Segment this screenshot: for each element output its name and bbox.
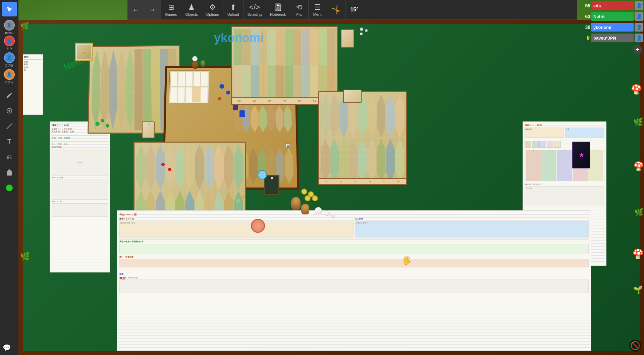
forward-button[interactable]: → (144, 0, 161, 19)
player-name-paveu: paveu (5, 31, 13, 34)
flip-icon: ⟲ (296, 3, 302, 12)
nav-buttons: ← → (127, 0, 161, 19)
score-sheet-left: 得点シート A 面 建物タイル・大人市場・ 人夫市場・交易品・建物 農場・牧場・… (50, 121, 110, 272)
back-button[interactable]: ← (127, 0, 144, 19)
line-icon (6, 122, 13, 130)
toolbar: ← → ⊞ Games ♟ Objects ⚙ Options ⬆ Upload… (127, 0, 577, 20)
games-button[interactable]: ⊞ Games (161, 0, 181, 19)
add-player-button[interactable]: + (633, 45, 642, 54)
flip-button[interactable]: ⟲ Flip (290, 0, 309, 19)
score-row-eda[interactable]: 55 eda 👤 (581, 1, 643, 11)
upload-button[interactable]: ⬆ Upload (223, 0, 244, 19)
paint-icon (6, 92, 13, 99)
avatar-score-nefrit: 👤 (635, 12, 643, 21)
left-sidebar: 👤 paveu 👤 えだ 👤 このみ 👤 ネフィ (0, 0, 18, 355)
avatar-nefi: 👤 (4, 69, 15, 80)
avatar-konomi: 👤 (4, 52, 15, 63)
player-name-eda: えだ (6, 47, 12, 51)
plant-top-left: 🌿 (20, 22, 29, 31)
yellow-coin-3 (305, 195, 311, 201)
yellow-coin-4 (312, 195, 318, 201)
paint-tool[interactable] (2, 88, 17, 103)
white-token-3 (325, 210, 330, 216)
score-ykonomi: 30 (581, 24, 590, 30)
plant-left-1: 🌿 (20, 252, 30, 261)
plant-right-6: 🌱 (633, 285, 643, 295)
player-item-paveu[interactable]: 👤 paveu (2, 20, 17, 34)
stretch-button[interactable]: 🤸 (327, 0, 345, 19)
player-name-konomi: このみ (5, 63, 14, 68)
avatar-score-ykonomi: 👤 (635, 23, 643, 32)
small-card-nefrit: 🃏 (142, 121, 155, 138)
score-eda: 55 (581, 3, 590, 8)
token-area-top-right (360, 28, 387, 48)
brown-meeple-1 (291, 197, 301, 210)
text-tool[interactable]: T (2, 134, 17, 149)
stretch-icon: 🤸 (332, 5, 341, 14)
plant-right-2: 🌿 (633, 117, 643, 127)
chat-button[interactable]: 💬 (3, 344, 11, 352)
plant-right-1: 🍄 (631, 84, 642, 95)
reference-card-left: 参照 建物農場牧場港 (23, 54, 43, 115)
brown-meeple-2 (301, 204, 309, 214)
white-token-4 (331, 214, 335, 218)
dark-card-paveu: ★ (572, 142, 590, 168)
green-jar (201, 60, 205, 67)
text-tool-label: T (7, 138, 11, 145)
resource-card-1: 🃏 (341, 29, 354, 48)
circle-tool[interactable] (2, 181, 17, 195)
player-item-nefi[interactable]: 👤 ネフィ (2, 69, 17, 85)
score-paveu: ♛ (581, 35, 590, 41)
objects-button[interactable]: ♟ Objects (181, 0, 202, 19)
no-entry-button[interactable]: 🚫 (629, 340, 641, 352)
circle-icon (6, 185, 13, 191)
score-row-paveu[interactable]: ♛ paveu*JPN 👤 (581, 33, 643, 43)
score-row-nefrit[interactable]: 63 Nefrit 👤 (581, 11, 643, 21)
score-name-eda: eda (591, 1, 634, 10)
player-name-nefi: ネフィ (5, 80, 14, 85)
notebook-button[interactable]: 📓 Notebook (266, 0, 290, 19)
stamp-icon (6, 169, 13, 176)
scripting-icon: </> (249, 3, 260, 12)
chat-icon: 💬 (3, 344, 11, 351)
plant-right-5: 🍄 (632, 248, 644, 259)
yellow-coin-1 (301, 189, 307, 195)
chalkboard-card: 📋 (264, 175, 279, 195)
scripting-button[interactable]: </> Scripting (244, 0, 266, 19)
move-icon (6, 153, 13, 161)
white-token-1 (192, 56, 198, 61)
avatar-eda: 👤 (4, 36, 15, 46)
move-tool[interactable] (2, 150, 17, 164)
avatar-score-paveu: 👤 (635, 34, 643, 42)
small-card-top-right: 🃏 (343, 90, 362, 103)
white-token-2 (315, 207, 322, 214)
options-button[interactable]: ⚙ Options (202, 0, 223, 19)
score-row-ykonomi[interactable]: 30 ykonomi 👤 (581, 22, 643, 32)
board-right: 102030405060 (318, 91, 407, 185)
pink-token (251, 219, 265, 233)
stamp-tool[interactable] (2, 165, 17, 180)
line-tool[interactable] (2, 119, 17, 134)
games-icon: ⊞ (168, 3, 174, 12)
notebook-icon: 📓 (273, 3, 282, 12)
angle-display: 15° (345, 5, 363, 14)
cursor-tool[interactable] (2, 2, 17, 16)
brown-jar (192, 61, 198, 69)
fog-icon (6, 107, 13, 114)
score-nefrit: 63 (581, 14, 590, 19)
objects-icon: ♟ (188, 3, 195, 12)
player-item-konomi[interactable]: 👤 このみ (2, 52, 17, 68)
svg-line-2 (6, 123, 12, 129)
options-icon: ⚙ (209, 3, 216, 12)
score-name-ykonomi: ykonomi (591, 23, 634, 32)
plant-right-4: 🌿 (634, 208, 643, 217)
menu-button[interactable]: ☰ Menu (309, 0, 327, 19)
no-entry-icon: 🚫 (630, 341, 640, 350)
blue-token-1 (258, 170, 267, 180)
score-name-paveu: paveu*JPN (591, 34, 634, 42)
game-content-area: Nefrit ykonomi 得点シート A 面 建物タイル・大人市場・ 人夫市… (23, 24, 640, 351)
fog-tool[interactable] (2, 103, 17, 118)
player-item-eda[interactable]: 👤 えだ (2, 36, 17, 51)
right-panel: 55 eda 👤 63 Nefrit 👤 30 ykonomi 👤 ♛ pave… (580, 0, 644, 55)
reference-photo: 🐱 (75, 43, 93, 61)
